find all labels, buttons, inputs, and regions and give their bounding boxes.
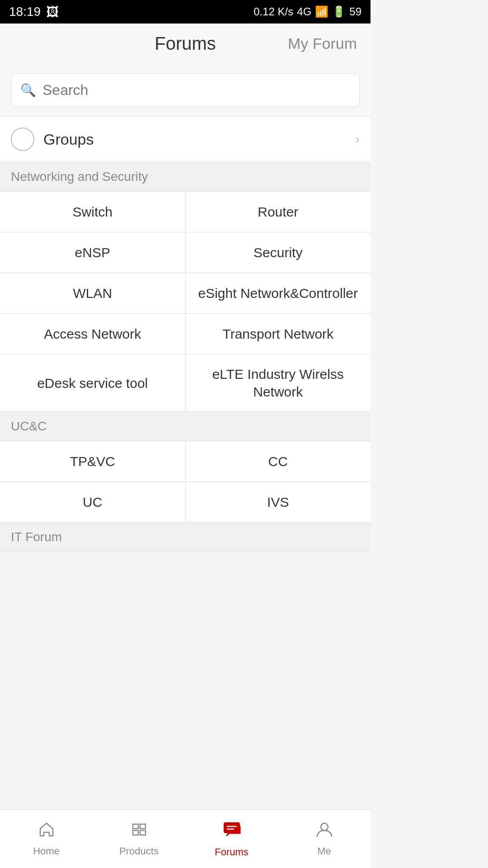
- signal-icon: 📶: [315, 5, 328, 18]
- search-input[interactable]: [42, 82, 350, 99]
- search-container: 🔍: [0, 64, 371, 117]
- grid-row[interactable]: eDesk service tooleLTE Industry Wirelss …: [0, 354, 371, 412]
- grid-cell-left[interactable]: Access Network: [0, 314, 186, 354]
- status-right: 0.12 K/s 4G 📶 🔋 59: [253, 5, 361, 18]
- nav-label-me: Me: [317, 845, 331, 857]
- battery-level: 59: [349, 5, 361, 18]
- search-bar[interactable]: 🔍: [11, 73, 360, 107]
- header: Forums My Forum: [0, 24, 371, 64]
- sections-container: Networking and SecuritySwitchRoutereNSPS…: [0, 162, 371, 552]
- nav-item-me[interactable]: Me: [278, 821, 371, 857]
- search-icon: 🔍: [20, 83, 36, 98]
- products-icon: [130, 821, 148, 843]
- svg-rect-2: [133, 830, 138, 835]
- nav-label-products: Products: [119, 845, 159, 857]
- grid-row[interactable]: UCIVS: [0, 482, 371, 523]
- forums-icon: [222, 820, 242, 844]
- nav-item-forums[interactable]: Forums: [185, 820, 278, 858]
- grid-cell-right[interactable]: eLTE Industry Wirelss Network: [186, 354, 371, 411]
- grid-row[interactable]: Access NetworkTransport Network: [0, 314, 371, 354]
- battery-icon: 🔋: [332, 5, 346, 18]
- grid-cell-right[interactable]: CC: [186, 441, 371, 481]
- grid-cell-left[interactable]: eDesk service tool: [0, 354, 186, 411]
- bottom-spacer: [0, 552, 371, 611]
- grid-row[interactable]: SwitchRouter: [0, 192, 371, 232]
- grid-cell-right[interactable]: Security: [186, 232, 371, 273]
- grid-row[interactable]: eNSPSecurity: [0, 232, 371, 273]
- status-bar: 18:19 🖼 0.12 K/s 4G 📶 🔋 59: [0, 0, 371, 24]
- grid-cell-right[interactable]: eSight Network&Controller: [186, 273, 371, 313]
- nav-label-home: Home: [33, 845, 60, 857]
- groups-label: Groups: [43, 131, 347, 148]
- me-icon: [315, 821, 333, 843]
- groups-row[interactable]: Groups ›: [0, 117, 371, 162]
- page-title: Forums: [155, 33, 216, 54]
- svg-rect-3: [140, 830, 145, 835]
- photo-icon: 🖼: [46, 5, 59, 19]
- grid-cell-left[interactable]: Switch: [0, 192, 186, 232]
- grid-cell-right[interactable]: IVS: [186, 482, 371, 522]
- nav-label-forums: Forums: [215, 846, 249, 858]
- status-left: 18:19 🖼: [9, 5, 59, 19]
- svg-rect-1: [140, 824, 145, 829]
- grid-cell-left[interactable]: TP&VC: [0, 441, 186, 481]
- nav-item-home[interactable]: Home: [0, 821, 93, 857]
- my-forum-button[interactable]: My Forum: [288, 35, 357, 52]
- section-header-0: Networking and Security: [0, 162, 371, 192]
- home-icon: [38, 821, 56, 843]
- chevron-right-icon: ›: [356, 132, 360, 146]
- grid-row[interactable]: TP&VCCC: [0, 441, 371, 482]
- grid-cell-right[interactable]: Transport Network: [186, 314, 371, 354]
- grid-cell-left[interactable]: UC: [0, 482, 186, 522]
- svg-rect-4: [224, 822, 240, 833]
- bottom-nav: Home Products Forums: [0, 809, 371, 868]
- section-header-2: IT Forum: [0, 523, 371, 552]
- time: 18:19: [9, 5, 41, 19]
- section-header-1: UC&C: [0, 412, 371, 441]
- network-speed: 0.12 K/s: [253, 5, 293, 18]
- grid-cell-left[interactable]: eNSP: [0, 232, 186, 273]
- grid-cell-left[interactable]: WLAN: [0, 273, 186, 313]
- grid-row[interactable]: WLANeSight Network&Controller: [0, 273, 371, 314]
- svg-rect-0: [133, 824, 138, 829]
- network-type: 4G: [297, 5, 311, 18]
- groups-icon: [11, 127, 34, 151]
- nav-item-products[interactable]: Products: [93, 821, 185, 857]
- svg-point-7: [321, 823, 328, 830]
- grid-cell-right[interactable]: Router: [186, 192, 371, 232]
